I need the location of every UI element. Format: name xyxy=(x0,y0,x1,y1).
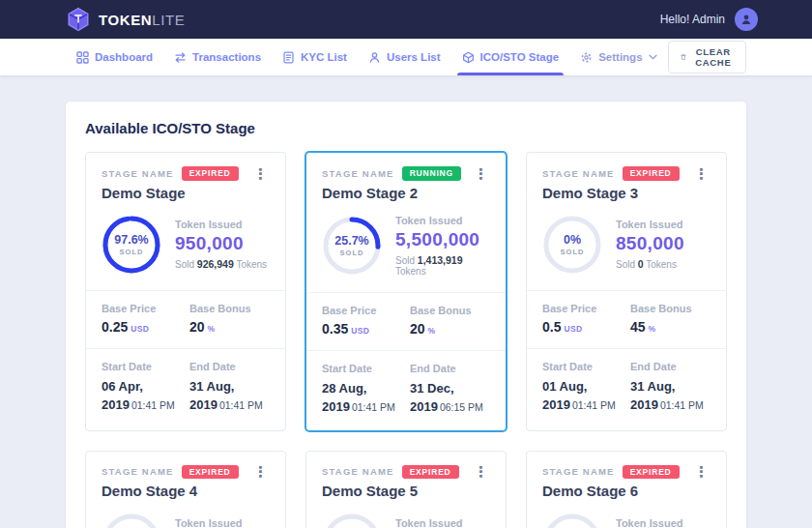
card-menu-button[interactable]: ⋮ xyxy=(251,167,270,181)
nav-label: KYC List xyxy=(301,51,347,63)
dates-section: Start Date 28 Aug, 201901:41 PM End Date… xyxy=(306,350,506,430)
sold-prefix: Sold xyxy=(616,259,635,270)
end-time-value: 01:41 PM xyxy=(219,399,263,411)
base-bonus-value: 20 xyxy=(189,319,205,335)
status-badge: RUNNING xyxy=(402,166,461,181)
card-menu-button[interactable]: ⋮ xyxy=(692,167,710,181)
status-badge: EXPIRED xyxy=(623,465,680,480)
end-date-field: End Date 31 Aug, 201901:41 PM xyxy=(630,361,710,415)
start-time-value: 01:41 PM xyxy=(572,399,616,411)
stage-card: STAGE NAME RUNNING ⋮ Demo Stage 2 25.7% … xyxy=(305,152,507,431)
stage-title: Demo Stage 4 xyxy=(102,483,270,499)
stage-name-label: STAGE NAME xyxy=(322,168,394,179)
status-badge: EXPIRED xyxy=(182,166,239,181)
sold-prefix: Sold xyxy=(175,259,194,270)
price-section: Base Price 0.25USD Base Bonus 20% xyxy=(86,290,285,348)
card-menu-button[interactable]: ⋮ xyxy=(692,465,710,479)
status-badge: EXPIRED xyxy=(182,465,239,480)
token-issued-label: Token Issued xyxy=(395,215,490,226)
brand-logo[interactable]: TOKENLITE xyxy=(66,7,185,32)
stage-card: STAGE NAME EXPIRED ⋮ Demo Stage 97.6% SO… xyxy=(85,152,286,431)
token-info: Token Issued 950,000 Sold 926,949 Tokens xyxy=(175,219,267,270)
token-info: Token Issued 850,000 Sold 0 Tokens xyxy=(616,517,684,528)
base-price-unit: USD xyxy=(564,324,582,334)
user-avatar[interactable] xyxy=(735,8,758,31)
stage-card: STAGE NAME EXPIRED ⋮ Demo Stage 3 0% SOL… xyxy=(526,152,727,431)
base-bonus-field: Base Bonus 20% xyxy=(189,303,270,335)
stage-name-label: STAGE NAME xyxy=(542,168,615,179)
stage-name-label: STAGE NAME xyxy=(322,466,394,477)
nav-item-kyc-list[interactable]: KYC List xyxy=(272,39,358,75)
clear-cache-label: CLEAR CACHE xyxy=(693,46,734,68)
sold-caption: SOLD xyxy=(120,248,144,256)
price-section: Base Price 0.5USD Base Bonus 45% xyxy=(527,290,726,348)
card-menu-button[interactable]: ⋮ xyxy=(251,465,270,479)
card-menu-button[interactable]: ⋮ xyxy=(472,167,490,181)
token-info: Token Issued 850,000 Sold 0 Tokens xyxy=(616,219,684,270)
sold-percentage: 97.6% xyxy=(114,233,148,247)
stage-title: Demo Stage 2 xyxy=(322,185,490,201)
dashboard-grid-icon xyxy=(76,51,89,64)
token-info: Token Issued 850,000 Sold 0 Tokens xyxy=(175,517,244,528)
nav-item-dashboard[interactable]: Dashboard xyxy=(66,39,163,75)
base-price-value: 0.35 xyxy=(322,321,348,337)
token-issued-value: 950,000 xyxy=(175,233,267,254)
base-price-unit: USD xyxy=(351,326,369,336)
base-price-label: Base Price xyxy=(542,303,623,314)
start-date-field: Start Date 28 Aug, 201901:41 PM xyxy=(322,363,402,417)
nav-item-transactions[interactable]: Transactions xyxy=(163,39,272,75)
stage-card: STAGE NAME EXPIRED ⋮ Demo Stage 4 0% SOL… xyxy=(85,451,286,528)
base-bonus-label: Base Bonus xyxy=(630,303,710,314)
nav-label: Settings xyxy=(598,51,642,63)
start-date-label: Start Date xyxy=(542,361,623,372)
clear-cache-button[interactable]: CLEAR CACHE xyxy=(668,41,746,73)
transactions-arrows-icon xyxy=(174,51,187,64)
base-price-value: 0.5 xyxy=(542,319,561,335)
sold-progress-ring: 0% SOLD xyxy=(542,215,602,275)
active-tab-underline xyxy=(457,73,565,75)
sold-tokens-line: Sold 0 Tokens xyxy=(616,258,684,270)
stage-title: Demo Stage 6 xyxy=(542,483,710,499)
stage-name-label: STAGE NAME xyxy=(102,168,174,179)
end-time-value: 01:41 PM xyxy=(660,399,704,411)
base-bonus-value: 20 xyxy=(410,321,425,337)
start-date-label: Start Date xyxy=(322,363,402,374)
nav-item-ico-sto-stage[interactable]: ICO/STO Stage xyxy=(451,39,570,75)
nav-item-users-list[interactable]: Users List xyxy=(358,39,451,75)
nav-label: Dashboard xyxy=(95,51,153,63)
base-bonus-field: Base Bonus 45% xyxy=(630,303,710,335)
token-issued-value: 850,000 xyxy=(616,233,684,254)
sold-tokens-value: 0 xyxy=(638,258,644,270)
base-price-label: Base Price xyxy=(102,303,182,314)
base-bonus-label: Base Bonus xyxy=(410,305,490,316)
token-issued-label: Token Issued xyxy=(175,219,267,230)
token-issued-label: Token Issued xyxy=(616,517,684,528)
top-header: TOKENLITE Hello! Admin xyxy=(0,0,812,39)
content-panel: Available ICO/STO Stage STAGE NAME EXPIR… xyxy=(66,102,746,528)
nav-label: ICO/STO Stage xyxy=(480,51,560,63)
dates-section: Start Date 06 Apr, 201901:41 PM End Date… xyxy=(86,348,285,428)
users-person-icon xyxy=(368,51,381,64)
sold-progress-ring: 0% SOLD xyxy=(322,513,382,528)
base-price-unit: USD xyxy=(130,324,149,334)
sold-progress-ring: 0% SOLD xyxy=(102,513,161,528)
start-date-label: Start Date xyxy=(102,361,182,372)
nav-item-settings[interactable]: Settings xyxy=(569,39,667,75)
sold-tokens-line: Sold 1,413,919 Tokens xyxy=(395,254,490,277)
end-date-label: End Date xyxy=(410,363,490,374)
base-price-label: Base Price xyxy=(322,305,402,316)
sold-caption: SOLD xyxy=(561,248,585,256)
start-time-value: 01:41 PM xyxy=(131,399,175,411)
base-bonus-label: Base Bonus xyxy=(189,303,270,314)
sold-tokens-value: 1,413,919 xyxy=(418,254,463,266)
nav-label: Users List xyxy=(387,51,441,63)
sold-prefix: Sold xyxy=(395,255,415,266)
sold-caption: SOLD xyxy=(340,249,364,257)
base-price-field: Base Price 0.35USD xyxy=(322,305,402,337)
price-section: Base Price 0.35USD Base Bonus 20% xyxy=(306,292,506,350)
sold-percentage: 25.7% xyxy=(334,234,368,248)
sold-progress-ring: 97.6% SOLD xyxy=(102,215,161,275)
card-menu-button[interactable]: ⋮ xyxy=(472,465,490,479)
start-time-value: 01:41 PM xyxy=(352,401,395,413)
end-time-value: 06:15 PM xyxy=(440,401,483,413)
